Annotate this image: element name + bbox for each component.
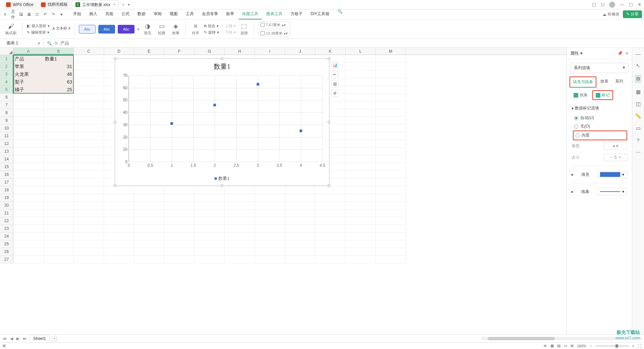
cell[interactable] <box>13 248 44 256</box>
add-sheet-button[interactable]: + <box>52 336 57 341</box>
cell[interactable] <box>164 202 195 209</box>
cell[interactable] <box>44 240 74 248</box>
zoom-value[interactable]: 160% <box>577 344 586 348</box>
cell[interactable] <box>345 240 376 248</box>
cell[interactable] <box>345 163 376 171</box>
preview-icon[interactable]: 🗋 <box>34 12 40 17</box>
tab-menu-icon[interactable]: ▾ <box>128 2 130 7</box>
app-tab-home[interactable]: WPS Office <box>3 1 37 8</box>
cell[interactable] <box>315 202 345 209</box>
window-cube-icon[interactable]: ⬡ <box>601 2 604 7</box>
cell[interactable] <box>345 217 376 225</box>
cell[interactable] <box>44 209 74 217</box>
cell[interactable] <box>74 63 104 70</box>
cell[interactable] <box>376 155 406 163</box>
ptab-fill-line[interactable]: 填充与线条 <box>570 77 596 88</box>
cell[interactable] <box>13 256 44 263</box>
cell[interactable] <box>376 101 406 109</box>
outline-button[interactable]: ▭轮廓 <box>156 22 167 36</box>
cell[interactable] <box>74 248 104 256</box>
col-header[interactable]: A <box>13 48 44 55</box>
tab-tools[interactable]: 工具 <box>182 9 197 19</box>
tab-diy[interactable]: DIY工具箱 <box>307 9 333 19</box>
zoom-slider[interactable] <box>595 345 629 347</box>
cell[interactable] <box>345 202 376 209</box>
cell[interactable] <box>13 132 44 140</box>
cell[interactable]: 数量1 <box>44 55 74 63</box>
cell[interactable] <box>376 94 406 101</box>
cell[interactable] <box>285 209 315 217</box>
cell[interactable] <box>345 109 376 117</box>
cell[interactable] <box>44 194 74 202</box>
cell[interactable] <box>13 155 44 163</box>
col-header[interactable]: L <box>345 48 376 55</box>
row-header[interactable]: 7 <box>0 101 13 109</box>
cell[interactable] <box>104 248 134 256</box>
app-tab-workbook[interactable]: S 工作簿数量.xlsx • <box>72 0 119 9</box>
tab-member[interactable]: 会员专享 <box>199 9 221 19</box>
cell[interactable] <box>195 217 225 225</box>
cell[interactable] <box>376 70 406 78</box>
strip-settings-icon[interactable]: ⚙ <box>635 75 641 83</box>
cell[interactable] <box>13 179 44 186</box>
cell[interactable] <box>376 194 406 202</box>
modified-button[interactable]: ☁ 有修改 <box>602 11 620 17</box>
cell[interactable]: 梨子 <box>13 78 44 86</box>
cell[interactable] <box>44 248 74 256</box>
row-header[interactable]: 23 <box>0 225 13 233</box>
view-reading-icon[interactable]: ▭ <box>564 344 567 348</box>
row-header[interactable]: 1 <box>0 55 13 63</box>
cell[interactable] <box>74 148 104 155</box>
cell[interactable] <box>74 101 104 109</box>
cell[interactable] <box>225 240 255 248</box>
cell[interactable] <box>376 233 406 240</box>
text-box-button[interactable]: A 文本框 ▾ <box>52 26 70 31</box>
select-button[interactable]: ⬚选择 <box>238 22 250 36</box>
sheet-nav-next[interactable]: ▶ <box>16 336 20 341</box>
cell[interactable] <box>74 256 104 263</box>
row-header[interactable]: 21 <box>0 209 13 217</box>
chart-tool-settings[interactable]: ⚙ <box>331 90 338 97</box>
cell[interactable] <box>376 256 406 263</box>
row-header[interactable]: 12 <box>0 140 13 148</box>
cell[interactable] <box>44 109 74 117</box>
cell[interactable] <box>104 233 134 240</box>
tab-fanggezi[interactable]: 方格子 <box>287 9 306 19</box>
col-header[interactable]: D <box>104 48 134 55</box>
cell[interactable] <box>315 248 345 256</box>
sheet-area[interactable]: A B C D E F G H I J K L M 12345678910111… <box>0 48 567 334</box>
col-header[interactable]: K <box>315 48 345 55</box>
row-header[interactable]: 18 <box>0 186 13 194</box>
close-button[interactable]: ✕ <box>638 2 641 7</box>
row-header[interactable]: 2 <box>0 63 13 70</box>
cell[interactable] <box>345 94 376 101</box>
cell[interactable] <box>345 86 376 94</box>
cell[interactable] <box>44 140 74 148</box>
row-header[interactable]: 10 <box>0 124 13 132</box>
effect-button[interactable]: ◈效果 <box>170 22 181 36</box>
cell[interactable] <box>164 248 195 256</box>
cell[interactable] <box>104 209 134 217</box>
row-header[interactable]: 11 <box>0 132 13 140</box>
cell[interactable] <box>225 225 255 233</box>
cell[interactable] <box>164 233 195 240</box>
style-abc-3[interactable]: Abc <box>118 25 135 34</box>
cell[interactable] <box>315 240 345 248</box>
cell[interactable] <box>74 117 104 124</box>
row-header[interactable]: 14 <box>0 155 13 163</box>
sheet-tab[interactable]: Sheet1 <box>30 335 50 342</box>
cell[interactable]: 苹果 <box>13 63 44 70</box>
view-grid-icon[interactable]: ⊞ <box>571 344 574 348</box>
sheet-nav-first[interactable]: ⏮ <box>2 336 7 341</box>
strip-layers-icon[interactable]: ◫ <box>636 101 641 107</box>
insert-shape-button[interactable]: ◧ 插入形状 ▾ <box>27 23 50 29</box>
cell[interactable] <box>345 124 376 132</box>
move-up-button[interactable]: ↑ 上移 ▾ <box>222 23 236 29</box>
row-header[interactable]: 19 <box>0 194 13 202</box>
cell[interactable] <box>74 179 104 186</box>
cell[interactable] <box>345 186 376 194</box>
cell[interactable] <box>285 217 315 225</box>
cell[interactable] <box>195 202 225 209</box>
chart-legend[interactable]: 数量1 <box>115 176 329 182</box>
cell[interactable] <box>104 194 134 202</box>
